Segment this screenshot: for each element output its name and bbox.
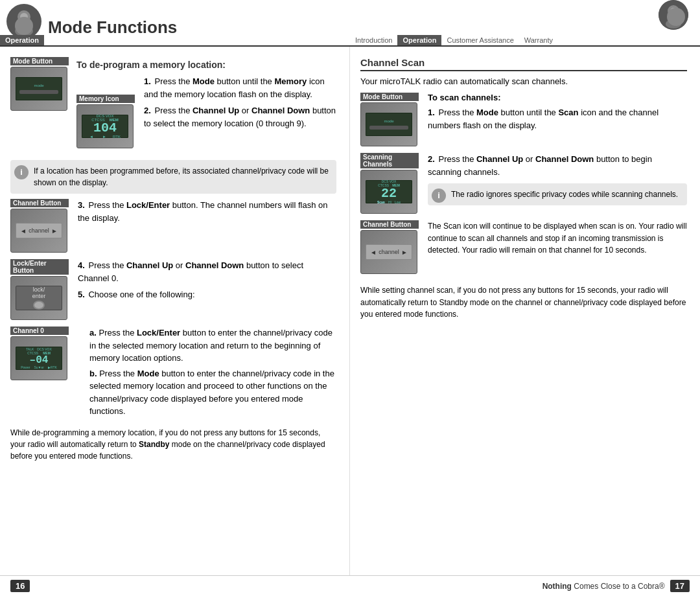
sidebar-channel0-label: Channel 0 — [10, 327, 69, 335]
footer-tagline: Nothing Comes Close to a Cobra® — [542, 582, 665, 591]
radio-sim-mode: mode — [10, 67, 67, 111]
header-icon-right — [659, 0, 688, 30]
step-3: 3. Press the Lock/Enter button. The chan… — [78, 199, 336, 224]
radio-sim-lock: lock/ enter — [10, 276, 67, 320]
radio-sim-channel-right: ◄ channel ► — [360, 230, 417, 274]
note-text-1: If a location has been programmed before… — [34, 166, 329, 187]
sidebar-channel-label: Channel Button — [10, 199, 69, 207]
operation-label-left: Operation — [0, 35, 44, 45]
sidebar-mode-button: Mode Button mode — [10, 57, 69, 111]
step-1: 1. Press the Mode button until the Memor… — [144, 75, 336, 100]
sidebar-mode-label: Mode Button — [10, 57, 69, 65]
note-box-scan: i The radio ignores specific privacy cod… — [428, 183, 687, 205]
footer-bar: 16 Nothing Comes Close to a Cobra® 17 — [0, 575, 700, 596]
svg-point-2 — [20, 13, 28, 21]
radio-sim-memory: DCS VOX CTCSSMEM 104 ◄►RTK — [76, 104, 134, 148]
steps-3-5: 3. Press the Lock/Enter button. The chan… — [78, 199, 336, 224]
footer-tagline-bold: Nothing — [542, 582, 572, 591]
nav-tab-customer[interactable]: Customer Assistance — [441, 35, 519, 45]
scan-step-2-container: 2. Press the Channel Up or Channel Down … — [428, 153, 687, 205]
page-title: Mode Functions — [48, 17, 177, 38]
scan-body-text: The Scan icon will continue to be displa… — [428, 220, 687, 257]
channel-scan-heading: Channel Scan — [360, 57, 687, 71]
svg-point-5 — [668, 5, 679, 17]
scan-body-container: The Scan icon will continue to be displa… — [428, 220, 687, 257]
note-text-scan: The radio ignores specific privacy codes… — [451, 190, 678, 199]
sub-steps-container: a. Press the Lock/Enter button to enter … — [78, 327, 336, 418]
scan-step-2: 2. Press the Channel Up or Channel Down … — [428, 153, 687, 178]
sidebar-lockenter-label: Lock/Enter Button — [10, 259, 69, 275]
page-number-right: 17 — [670, 580, 690, 592]
radio-sim-channel: ◄ channel ► — [10, 209, 67, 253]
radio-sim-ch0: TALKDCS VOX CTCSSMEM –04 PowerSu▼er▶RTK — [10, 336, 67, 380]
note-box-1: i If a location has been programmed befo… — [10, 160, 336, 194]
sidebar-mode-button-right: Mode Button mode — [360, 93, 419, 146]
radio-sim-scanning: DCS VOX CTCSSMEM 22 ScanHILow — [360, 170, 417, 214]
svg-point-1 — [18, 10, 30, 23]
step-2: 2. Press the Channel Up or Channel Down … — [144, 104, 336, 130]
page-right: Channel Scan Your microTALK radio can au… — [350, 47, 700, 575]
nav-tab-introduction[interactable]: Introduction — [350, 35, 397, 45]
page-num-left-container: 16 — [0, 580, 350, 592]
page-left: Mode Button mode To de-program a memory … — [0, 47, 350, 575]
svg-rect-4 — [659, 0, 688, 30]
channel-scan-intro: Your microTALK radio can automatically s… — [360, 76, 687, 86]
sidebar-channel-right-label: Channel Button — [360, 220, 419, 229]
step-4: 4. Press the Channel Up or Channel Down … — [78, 259, 336, 284]
svg-point-7 — [666, 19, 681, 29]
scanning-channels-label: Scanning Channels — [360, 153, 419, 168]
footer-tagline-rest: Comes Close to a Cobra® — [572, 582, 665, 591]
note-icon-scan: i — [432, 189, 446, 203]
sidebar-channel-button-right: Channel Button ◄ channel ► — [360, 220, 419, 274]
sub-step-a: a. Press the Lock/Enter button to enter … — [89, 327, 336, 365]
step-4-container: 4. Press the Channel Up or Channel Down … — [78, 259, 336, 301]
scan-steps-container: To scan channels: 1. Press the Mode butt… — [428, 93, 687, 132]
header-right: Introduction Operation Customer Assistan… — [350, 0, 700, 47]
step-5: 5. Choose one of the following: — [78, 288, 336, 301]
sidebar-lockenter-button: Lock/Enter Button lock/ enter — [10, 259, 69, 320]
scan-step-1: 1. Press the Mode button until the Scan … — [428, 106, 687, 132]
scan-standby-note: While setting channel scan, if you do no… — [360, 284, 687, 321]
header-left: Mode Functions Operation — [0, 0, 350, 47]
steps-1-2: 1. Press the Mode button until the Memor… — [144, 75, 336, 130]
sidebar-mode-right-label: Mode Button — [360, 93, 419, 101]
deprogram-footer-note: While de-programming a memory location, … — [10, 427, 336, 462]
svg-rect-0 — [8, 5, 40, 38]
nav-tab-operation[interactable]: Operation — [397, 35, 441, 45]
nav-tabs: Introduction Operation Customer Assistan… — [350, 35, 700, 45]
sidebar-memory-icon: Memory Icon DCS VOX CTCSSMEM 104 ◄►RTK — [76, 95, 135, 148]
sidebar-scanning-channels: Scanning Channels DCS VOX CTCSSMEM 22 Sc… — [360, 153, 419, 214]
nav-tab-warranty[interactable]: Warranty — [519, 35, 558, 45]
header-icon-left — [6, 4, 41, 39]
page-number-left: 16 — [10, 580, 30, 592]
svg-point-6 — [670, 8, 677, 14]
sidebar-channel-button: Channel Button ◄ channel ► — [10, 199, 69, 253]
scan-steps-heading: To scan channels: — [428, 93, 687, 102]
sidebar-memory-label: Memory Icon — [76, 95, 135, 103]
sidebar-channel0: Channel 0 TALKDCS VOX CTCSSMEM –04 Power… — [10, 327, 69, 380]
note-icon-1: i — [14, 165, 29, 179]
page-num-right-container: Nothing Comes Close to a Cobra® 17 — [350, 580, 700, 592]
sub-step-b: b. Press the Mode button to enter the ch… — [89, 367, 336, 418]
radio-sim-mode-right: mode — [360, 102, 417, 146]
